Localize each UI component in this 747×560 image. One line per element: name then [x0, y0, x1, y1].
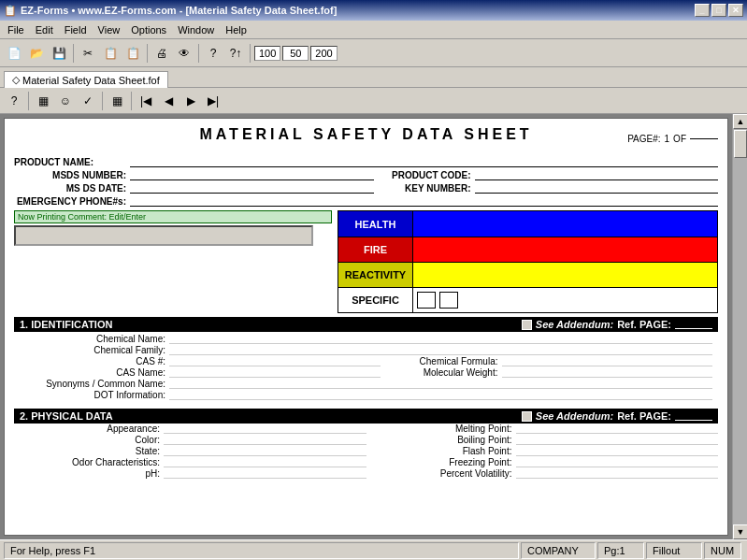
open-button[interactable]: 📂 [26, 43, 47, 64]
chemical-family-label: Chemical Family: [20, 345, 169, 355]
whatsthis-button[interactable]: ?↑ [225, 43, 246, 64]
msds-date-label: MS DS DATE: [14, 183, 126, 194]
field-help-button[interactable]: ? [4, 91, 24, 111]
zoom-50[interactable]: 50 [282, 46, 309, 61]
section2-right: Melting Point: Boiling Point: Flash Poin… [366, 424, 719, 480]
flash-label: Flash Point: [366, 446, 516, 456]
main-area: MATERIAL SAFETY DATA SHEET PAGE#: 1 OF P… [0, 114, 747, 539]
odor-value[interactable] [164, 457, 366, 467]
zoom-200[interactable]: 200 [310, 46, 337, 61]
menu-view[interactable]: View [93, 22, 126, 37]
new-button[interactable]: 📄 [4, 43, 24, 64]
appearance-value[interactable] [164, 424, 366, 434]
zoom-100[interactable]: 100 [254, 46, 280, 61]
chem-formula-value[interactable] [502, 356, 713, 366]
cas-num-label: CAS #: [20, 356, 169, 366]
page-label: PAGE#: [627, 134, 660, 144]
maximize-button[interactable]: □ [711, 4, 726, 17]
melting-row: Melting Point: [366, 424, 719, 434]
state-value[interactable] [164, 446, 366, 456]
color-label: Color: [14, 435, 164, 445]
separator-1 [73, 44, 74, 63]
separator-3 [198, 44, 199, 63]
chemical-family-row: Chemical Family: [20, 345, 712, 355]
input-field[interactable] [14, 225, 313, 246]
toolbar2: ? ▦ ☺ ✓ ▦ |◀ ◀ ▶ ▶| [0, 88, 747, 114]
section2-left: Appearance: Color: State: Odor Character… [14, 424, 366, 480]
flash-value[interactable] [516, 446, 719, 456]
flash-row: Flash Point: [366, 446, 719, 456]
reactivity-label: REACTIVITY [338, 263, 413, 287]
copy-button[interactable]: 📋 [100, 43, 121, 64]
tab-bar: ◇ Material Safety Data Sheet.fof [0, 67, 747, 88]
msds-number-label: MSDS NUMBER: [14, 170, 126, 180]
menu-options[interactable]: Options [125, 22, 172, 37]
cas-name-label: CAS Name: [20, 367, 169, 378]
cas-row: CAS #: Chemical Formula: [20, 356, 712, 366]
print-button[interactable]: 🖨 [151, 43, 172, 64]
scroll-down-button[interactable]: ▼ [733, 524, 747, 539]
nav-first-button[interactable]: |◀ [136, 91, 156, 111]
nav-prev-button[interactable]: ◀ [158, 91, 179, 111]
dot-value[interactable] [169, 390, 712, 400]
freezing-label: Freezing Point: [366, 457, 516, 467]
preview-button[interactable]: 👁 [174, 43, 194, 64]
paste-button[interactable]: 📋 [122, 43, 143, 64]
cas-num-value[interactable] [169, 356, 381, 366]
menu-window[interactable]: Window [172, 22, 220, 37]
field-button[interactable]: ▦ [33, 91, 53, 111]
chemical-family-value[interactable] [169, 345, 712, 355]
tab-label: Material Safety Data Sheet.fof [22, 75, 160, 86]
save-button[interactable]: 💾 [49, 43, 69, 64]
volatility-value[interactable] [516, 468, 719, 479]
minimize-button[interactable]: _ [695, 4, 710, 17]
help-button[interactable]: ? [203, 43, 223, 64]
form-title: MATERIAL SAFETY DATA SHEET [190, 126, 542, 143]
fire-label: FIRE [338, 237, 413, 262]
close-button[interactable]: ✕ [728, 4, 743, 17]
scroll-track[interactable] [733, 129, 747, 524]
odor-label: Odor Characteristics: [14, 457, 164, 467]
melting-value[interactable] [516, 424, 719, 434]
reactivity-bar [413, 263, 717, 287]
nav-next-button[interactable]: ▶ [180, 91, 201, 111]
chem-formula-label: Chemical Formula: [390, 356, 502, 366]
smiley-button[interactable]: ☺ [55, 91, 76, 111]
section2-checkbox[interactable] [522, 411, 532, 422]
section1-checkbox[interactable] [522, 320, 532, 330]
chemical-name-value[interactable] [169, 334, 712, 344]
menu-help[interactable]: Help [220, 22, 252, 37]
menu-field[interactable]: Field [59, 22, 93, 37]
nav-last-button[interactable]: ▶| [203, 91, 223, 111]
synonyms-value[interactable] [169, 379, 712, 389]
menu-edit[interactable]: Edit [30, 22, 59, 37]
state-row: State: [14, 446, 366, 456]
state-label: State: [14, 446, 164, 456]
cas-name-value[interactable] [169, 367, 381, 378]
fire-bar [413, 237, 717, 262]
melting-label: Melting Point: [366, 424, 516, 434]
menu-file[interactable]: File [2, 22, 30, 37]
cut-button[interactable]: ✂ [78, 43, 98, 64]
ph-label: pH: [14, 468, 164, 479]
tab-icon: ◇ [12, 74, 20, 86]
scrollbar[interactable]: ▲ ▼ [732, 114, 747, 539]
chemical-name-label: Chemical Name: [20, 334, 169, 344]
mol-weight-value[interactable] [502, 367, 713, 378]
check-button[interactable]: ✓ [78, 91, 98, 111]
grid-button[interactable]: ▦ [107, 91, 127, 111]
health-label: HEALTH [338, 211, 413, 237]
section2-ref: Ref. PAGE: [617, 410, 671, 422]
page-num: 1 [665, 134, 670, 144]
separator-6 [102, 92, 103, 110]
color-value[interactable] [164, 435, 366, 445]
boiling-value[interactable] [516, 435, 719, 445]
app-icon: 📋 [4, 5, 17, 17]
form-tab[interactable]: ◇ Material Safety Data Sheet.fof [4, 71, 168, 88]
scroll-up-button[interactable]: ▲ [733, 114, 747, 129]
scroll-thumb[interactable] [734, 130, 747, 158]
ph-value[interactable] [164, 468, 366, 479]
freezing-value[interactable] [516, 457, 719, 467]
section2-addendum: See Addendum: [536, 410, 613, 422]
section2-header: 2. PHYSICAL DATA See Addendum: Ref. PAGE… [14, 409, 718, 424]
